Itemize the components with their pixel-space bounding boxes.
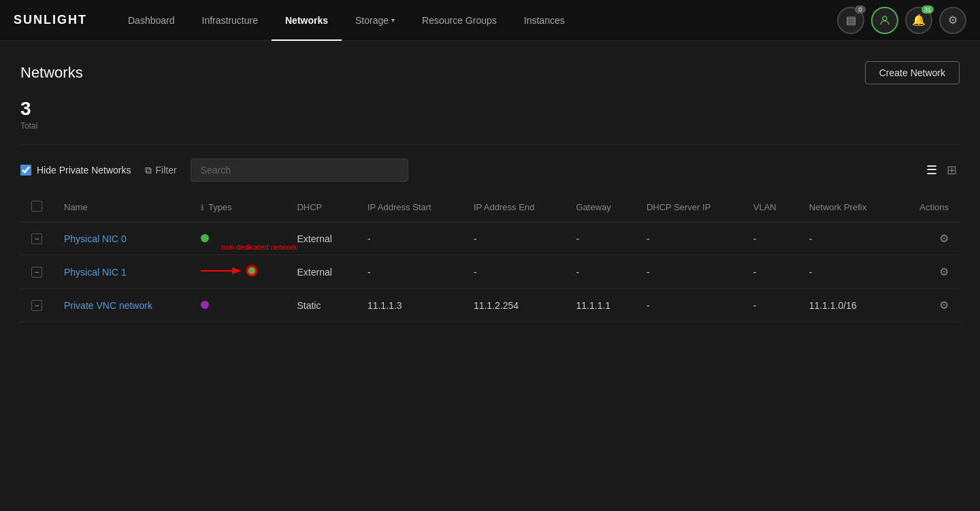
row-select-checkbox[interactable]: − xyxy=(31,233,42,244)
col-name: Name xyxy=(53,193,190,222)
table-row: − Physical NIC 1 non-dedicated network xyxy=(20,255,960,289)
status-dot-circled xyxy=(247,266,257,276)
storage-dropdown-arrow: ▾ xyxy=(391,16,395,24)
row-select-checkbox[interactable]: − xyxy=(31,267,42,278)
grid-view-button[interactable]: ⊞ xyxy=(944,160,960,180)
col-gateway: Gateway xyxy=(566,193,636,222)
networks-table: Name ℹ Types DHCP IP Address Start IP Ad… xyxy=(20,193,960,322)
notifications-badge: 31 xyxy=(921,5,934,14)
row-ip-start-cell: - xyxy=(357,255,463,289)
row-prefix-cell: 11.1.1.0/16 xyxy=(798,289,897,322)
hide-private-checkbox-label[interactable]: Hide Private Networks xyxy=(20,165,131,176)
row-vlan-cell: - xyxy=(742,289,798,322)
non-dedicated-annotation: non-dedicated network xyxy=(221,243,297,251)
row-ip-end-cell: - xyxy=(463,222,566,255)
nav-instances[interactable]: Instances xyxy=(510,0,578,41)
select-all-checkbox[interactable] xyxy=(31,201,42,212)
row-prefix-cell: - xyxy=(798,222,897,255)
page-content: Networks Create Network 3 Total Hide Pri… xyxy=(0,41,980,322)
monitor-badge: 0 xyxy=(855,5,866,14)
view-toggle: ☰ ⊞ xyxy=(924,160,960,180)
svg-marker-2 xyxy=(232,267,242,274)
notifications-button[interactable]: 🔔 31 xyxy=(905,7,932,34)
row-types-cell xyxy=(190,289,286,322)
row-dhcp-server-cell: - xyxy=(636,222,742,255)
nav-resource-groups[interactable]: Resource Groups xyxy=(408,0,510,41)
toolbar: Hide Private Networks ⧉ Filter ☰ ⊞ xyxy=(20,159,960,182)
row-select-checkbox[interactable]: − xyxy=(31,300,42,311)
network-name-link[interactable]: Physical NIC 0 xyxy=(64,233,127,244)
page-title: Networks xyxy=(20,64,83,82)
page-header: Networks Create Network xyxy=(20,61,960,84)
types-info-icon[interactable]: ℹ xyxy=(201,203,204,212)
row-prefix-cell: - xyxy=(798,255,897,289)
hide-private-checkbox[interactable] xyxy=(20,165,31,176)
monitor-button[interactable]: ▤ 0 xyxy=(837,7,864,34)
row-gateway-cell: - xyxy=(566,255,636,289)
col-dhcp-server: DHCP Server IP xyxy=(636,193,742,222)
nav-dashboard[interactable]: Dashboard xyxy=(114,0,189,41)
search-input[interactable] xyxy=(191,159,408,182)
row-actions-cell: ⚙ xyxy=(896,222,960,255)
stats-count: 3 xyxy=(20,98,960,120)
row-types-cell: non-dedicated network xyxy=(190,255,286,289)
row-actions-cell: ⚙ xyxy=(896,255,960,289)
svg-point-0 xyxy=(883,16,887,20)
row-vlan-cell: - xyxy=(742,255,798,289)
stats-label: Total xyxy=(20,121,960,131)
row-actions-button[interactable]: ⚙ xyxy=(939,299,949,312)
col-dhcp: DHCP xyxy=(286,193,356,222)
col-vlan: VLAN xyxy=(742,193,798,222)
hide-private-label: Hide Private Networks xyxy=(37,165,131,176)
filter-label: Filter xyxy=(156,165,177,176)
col-actions: Actions xyxy=(896,193,960,222)
col-prefix: Network Prefix xyxy=(798,193,897,222)
row-actions-cell: ⚙ xyxy=(896,289,960,322)
col-ip-end: IP Address End xyxy=(463,193,566,222)
row-ip-start-cell: 11.1.1.3 xyxy=(357,289,463,322)
row-name-cell: Physical NIC 0 xyxy=(53,222,190,255)
status-dot xyxy=(201,234,209,242)
network-name-link[interactable]: Physical NIC 1 xyxy=(64,267,127,278)
nav-infrastructure[interactable]: Infrastructure xyxy=(189,0,272,41)
row-dhcp-server-cell: - xyxy=(636,255,742,289)
nav-links: Dashboard Infrastructure Networks Storag… xyxy=(114,0,837,41)
nav-storage[interactable]: Storage ▾ xyxy=(342,0,408,41)
network-name-link[interactable]: Private VNC network xyxy=(64,300,152,311)
row-dhcp-cell: External xyxy=(286,255,356,289)
row-actions-button[interactable]: ⚙ xyxy=(939,232,949,245)
row-checkbox-cell: − xyxy=(20,222,53,255)
col-checkbox xyxy=(20,193,53,222)
filter-button[interactable]: ⧉ Filter xyxy=(145,165,177,176)
top-navigation: SUNLIGHT Dashboard Infrastructure Networ… xyxy=(0,0,980,41)
list-view-button[interactable]: ☰ xyxy=(924,160,940,180)
table-header-row: Name ℹ Types DHCP IP Address Start IP Ad… xyxy=(20,193,960,222)
row-actions-button[interactable]: ⚙ xyxy=(939,265,949,278)
nav-networks[interactable]: Networks xyxy=(272,0,342,41)
nav-right-icons: ▤ 0 🔔 31 ⚙ xyxy=(837,7,966,34)
col-ip-start: IP Address Start xyxy=(357,193,463,222)
row-gateway-cell: - xyxy=(566,222,636,255)
row-checkbox-cell: − xyxy=(20,255,53,289)
row-ip-start-cell: - xyxy=(357,222,463,255)
table-row: − Physical NIC 0 External - - - - - - xyxy=(20,222,960,255)
stats-section: 3 Total xyxy=(20,98,960,145)
row-dhcp-cell: Static xyxy=(286,289,356,322)
networks-table-container: Name ℹ Types DHCP IP Address Start IP Ad… xyxy=(20,193,960,322)
row-gateway-cell: 11.1.1.1 xyxy=(566,289,636,322)
row-ip-end-cell: 11.1.2.254 xyxy=(463,289,566,322)
create-network-button[interactable]: Create Network xyxy=(865,61,960,84)
row-dhcp-server-cell: - xyxy=(636,289,742,322)
annotation-arrow xyxy=(201,265,242,277)
row-checkbox-cell: − xyxy=(20,289,53,322)
row-vlan-cell: - xyxy=(742,222,798,255)
settings-button[interactable]: ⚙ xyxy=(939,7,966,34)
user-avatar-button[interactable] xyxy=(871,7,898,34)
row-ip-end-cell: - xyxy=(463,255,566,289)
col-types: ℹ Types xyxy=(190,193,286,222)
app-logo: SUNLIGHT xyxy=(14,13,87,27)
filter-icon: ⧉ xyxy=(145,165,152,176)
status-dot xyxy=(201,301,209,309)
row-name-cell: Private VNC network xyxy=(53,289,190,322)
table-row: − Private VNC network Static 11.1.1.3 11… xyxy=(20,289,960,322)
